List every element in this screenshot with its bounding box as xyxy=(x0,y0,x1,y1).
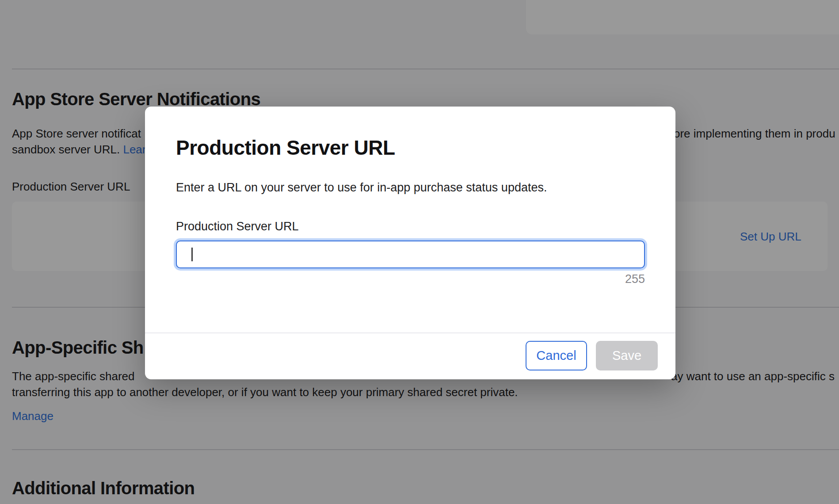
cancel-button[interactable]: Cancel xyxy=(526,341,587,370)
dialog-description: Enter a URL on your server to use for in… xyxy=(176,181,547,195)
save-button[interactable]: Save xyxy=(596,341,658,370)
character-count: 255 xyxy=(625,272,645,286)
production-server-url-dialog: Production Server URL Enter a URL on you… xyxy=(145,107,675,379)
dialog-footer: Cancel Save xyxy=(526,341,658,370)
dialog-footer-divider xyxy=(145,332,675,333)
text-cursor xyxy=(191,248,193,261)
dialog-title: Production Server URL xyxy=(176,136,395,160)
url-field-label: Production Server URL xyxy=(176,220,299,233)
app-store-connect-page: App Store Server Notifications App Store… xyxy=(0,0,839,504)
url-input-wrap xyxy=(176,241,645,268)
production-server-url-input[interactable] xyxy=(176,241,645,268)
